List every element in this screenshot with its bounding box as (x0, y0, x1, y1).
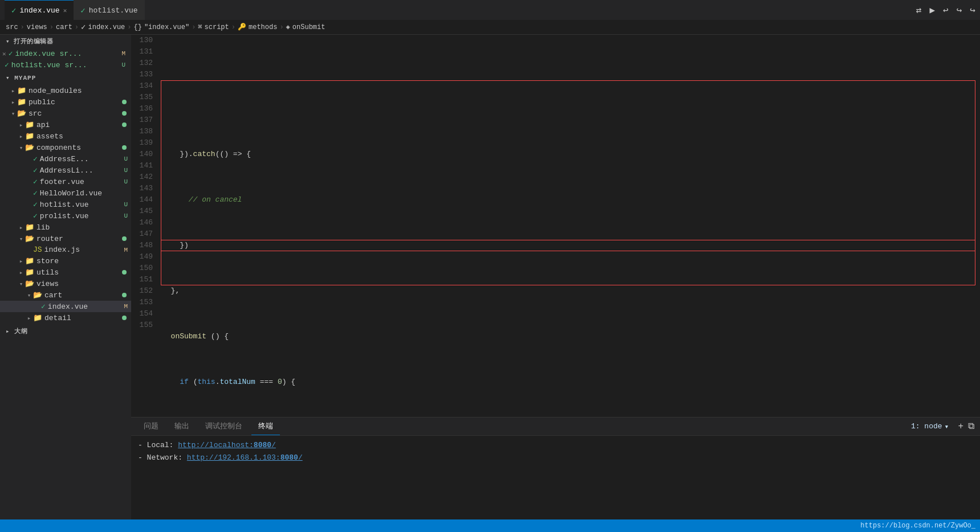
tree-src[interactable]: ▾ 📂 src (0, 108, 131, 119)
panel-tabs: 问题 输出 调试控制台 终端 1: node ▾ + ⧉ (131, 418, 980, 436)
bc-script-icon: ⌘ (198, 23, 202, 31)
bc-cart[interactable]: cart (56, 23, 72, 31)
tab-hotlist-vue[interactable]: ✓ hotlist.vue (74, 0, 144, 20)
bc-onsubmit-icon: ◈ (286, 23, 290, 31)
tree-views[interactable]: ▾ 📂 views (0, 278, 131, 289)
bc-scope[interactable]: "index.vue" (144, 23, 189, 31)
open-file-index-vue[interactable]: ✕ ✓ index.vue sr... M (0, 48, 131, 59)
dot-badge (122, 111, 127, 116)
folder-open-icon: 📂 (25, 143, 34, 152)
split-terminal-button[interactable]: ⧉ (968, 421, 974, 432)
tree-helloworld-vue[interactable]: ✓ HelloWorld.vue (0, 187, 131, 199)
open-file-hotlist-vue[interactable]: ✓ hotlist.vue sr... U (0, 59, 131, 71)
tab-close-button[interactable]: ✕ (63, 7, 67, 14)
tree-router-index-js[interactable]: JS index.js M (0, 244, 131, 255)
csdn-link[interactable]: https://blog.csdn.net/ZywOo_ (860, 522, 975, 530)
tree-label: index.vue (48, 302, 124, 311)
tab-debug-console[interactable]: 调试控制台 (198, 418, 249, 435)
tree-lib[interactable]: ▸ 📁 lib (0, 222, 131, 233)
bc-onsubmit[interactable]: onSubmit (292, 23, 326, 31)
arrow-icon: ▾ (17, 144, 25, 152)
tree-prolist-vue[interactable]: ✓ prolist.vue U (0, 210, 131, 222)
back-icon[interactable]: ↩ (943, 5, 949, 16)
vue-icon: ✓ (33, 211, 38, 220)
bc-methods[interactable]: methods (249, 23, 277, 31)
tree-utils[interactable]: ▸ 📁 utils (0, 267, 131, 278)
tree-label: cart (44, 291, 122, 300)
tree-address-li[interactable]: ✓ AddressLi... U (0, 165, 131, 176)
branch-icon[interactable]: ⇄ (916, 5, 922, 16)
badge-m-index: M (124, 303, 131, 310)
network-url[interactable]: http://192.168.1.103:8080/ (187, 453, 303, 462)
title-bar: ✓ index.vue ✕ ✓ hotlist.vue ⇄ ▶ ↩ ↪ ↪ (0, 0, 980, 20)
open-file-label: index.vue sr... (15, 50, 119, 58)
folder-open-icon: 📂 (25, 234, 34, 243)
tree-footer-vue[interactable]: ✓ footer.vue U (0, 176, 131, 187)
tree-label: lib (36, 223, 131, 232)
tree-assets[interactable]: ▸ 📁 assets (0, 130, 131, 142)
code-container[interactable]: 130 131 132 133 134 135 136 137 138 139 … (131, 35, 980, 417)
dot-badge (122, 236, 127, 241)
vue-icon: ✓ (33, 200, 38, 209)
tab-terminal[interactable]: 终端 (251, 418, 280, 435)
tab-index-vue[interactable]: ✓ index.vue ✕ (5, 0, 74, 20)
bc-src[interactable]: src (6, 23, 18, 31)
tree-router[interactable]: ▾ 📂 router (0, 233, 131, 244)
tree-label: store (36, 257, 131, 265)
breadcrumb: src › views › cart › ✓ index.vue › {} "i… (0, 20, 980, 35)
tree-label: views (36, 280, 131, 288)
code-content[interactable]: }).catch(() => { // on cancel }) }, on (160, 35, 980, 417)
forward-icon2[interactable]: ↪ (970, 5, 975, 16)
tree-api[interactable]: ▸ 📁 api (0, 119, 131, 130)
folder-icon: 📁 (17, 86, 26, 95)
open-editors-header[interactable]: ▾ 打开的编辑器 (0, 35, 131, 48)
arrow-icon: ▸ (9, 87, 17, 95)
forward-icon1[interactable]: ↪ (957, 5, 962, 16)
folder-icon: 📁 (33, 313, 42, 322)
terminal-content[interactable]: - Local: http://localhost:8080/ - Networ… (131, 436, 980, 519)
tab-problems[interactable]: 问题 (137, 418, 165, 435)
folder-open-icon: 📂 (33, 290, 42, 300)
folder-open-icon: 📂 (17, 109, 26, 118)
dot-badge (122, 270, 127, 275)
root-folder[interactable]: MYAPP (0, 71, 131, 85)
bc-file[interactable]: index.vue (88, 23, 125, 31)
bottom-panel: 问题 输出 调试控制台 终端 1: node ▾ + ⧉ - Local: ht… (131, 417, 980, 519)
bc-script[interactable]: script (205, 23, 229, 31)
tree-detail[interactable]: ▸ 📁 detail (0, 312, 131, 324)
tree-node-modules[interactable]: ▸ 📁 node_modules (0, 85, 131, 96)
run-icon[interactable]: ▶ (929, 5, 935, 16)
tree-store[interactable]: ▸ 📁 store (0, 255, 131, 267)
node-select-label: 1: node (911, 422, 942, 431)
vue-icon: ✓ (33, 177, 38, 186)
bc-methods-icon: 🔑 (238, 23, 246, 31)
arrow-icon: ▸ (9, 99, 17, 106)
arrow-icon: ▾ (9, 110, 17, 117)
tab-output[interactable]: 输出 (168, 418, 196, 435)
local-url[interactable]: http://localhost:8080/ (178, 441, 276, 449)
tree-cart[interactable]: ▾ 📂 cart (0, 289, 131, 301)
open-file-label-2: hotlist.vue sr... (11, 61, 120, 69)
status-bar-right[interactable]: https://blog.csdn.net/ZywOo_ (860, 522, 975, 530)
badge-u: U (124, 201, 131, 208)
tree-cart-index-vue[interactable]: ✓ index.vue M (0, 301, 131, 312)
tree-label: assets (36, 132, 131, 141)
arrow-icon: ▸ (25, 314, 33, 322)
badge-m-js: M (124, 247, 131, 253)
vue-icon: ✓ (11, 6, 16, 15)
code-line-135: if (this.totalNum === 0) { (162, 377, 980, 388)
tree-components[interactable]: ▾ 📂 components (0, 142, 131, 153)
tree-hotlist-vue[interactable]: ✓ hotlist.vue U (0, 199, 131, 210)
tree-address-e[interactable]: ✓ AddressE... U (0, 153, 131, 165)
add-terminal-button[interactable]: + (958, 421, 963, 432)
close-icon[interactable]: ✕ (2, 50, 6, 58)
tree-label: node_modules (29, 87, 131, 95)
tree-label: footer.vue (40, 178, 124, 186)
tree-public[interactable]: ▸ 📁 public (0, 96, 131, 108)
arrow-icon: ▸ (17, 269, 25, 276)
outline-section[interactable]: 大纲 (0, 324, 131, 339)
vue-icon: ✓ (33, 154, 38, 163)
folder-icon: 📁 (25, 223, 34, 232)
bc-views[interactable]: views (27, 23, 47, 31)
node-select[interactable]: 1: node ▾ (906, 422, 953, 431)
